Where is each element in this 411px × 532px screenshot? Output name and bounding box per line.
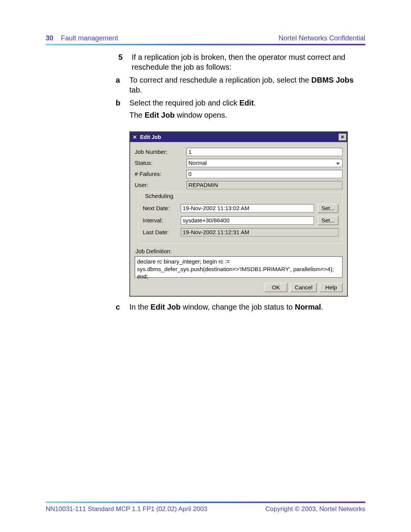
substep-letter: b	[116, 98, 123, 108]
next-date-set-button[interactable]: Set...	[318, 204, 338, 213]
scheduling-group: Scheduling Next Date: 19-Nov-2002 11:13:…	[139, 192, 342, 244]
section-title: Fault management	[61, 34, 118, 42]
substep-b-text: Select the required job and click Edit.	[129, 98, 365, 108]
next-date-field[interactable]: 19-Nov-2002 11:13:02 AM	[181, 204, 314, 212]
user-label: User:	[135, 181, 180, 189]
substep-c-text: In the Edit Job window, change the job s…	[129, 302, 365, 312]
interval-set-button[interactable]: Set...	[318, 216, 338, 225]
step-5: 5 If a replication job is broken, then t…	[116, 52, 365, 72]
status-select[interactable]: Normal	[186, 159, 342, 167]
ok-button[interactable]: OK	[264, 283, 287, 292]
header-left: 30 Fault management	[46, 34, 118, 42]
page-footer: NN10031-111 Standard MCP 1.1 FP1 (02.02)…	[46, 502, 365, 513]
dialog-titlebar[interactable]: Edit Job ✕	[130, 132, 347, 142]
header-confidential: Nortel Networks Confidential	[279, 34, 365, 42]
jobdef-label: Job Definition:	[135, 248, 342, 255]
scheduling-legend: Scheduling	[143, 192, 175, 200]
user-field: REPADMIN	[186, 181, 342, 189]
substep-b: b Select the required job and click Edit…	[116, 98, 365, 108]
footer-left: NN10031-111 Standard MCP 1.1 FP1 (02.02)…	[46, 505, 207, 513]
interval-field[interactable]: sysdate+30/86400	[181, 216, 314, 225]
close-icon: ✕	[341, 135, 344, 139]
interval-label: Interval:	[143, 217, 177, 224]
footer-right: Copyright © 2003, Nortel Networks	[265, 505, 365, 513]
last-date-field: 19-Nov-2002 11:12:31 AM	[181, 228, 338, 236]
header-rule	[46, 44, 365, 45]
next-date-label: Next Date:	[143, 204, 177, 212]
edit-job-dialog: Edit Job ✕ Job Number: 1 Status:	[129, 131, 348, 297]
substep-a-text: To correct and reschedule a replication …	[129, 75, 365, 95]
status-label: Status:	[135, 159, 180, 167]
close-button[interactable]: ✕	[339, 134, 346, 141]
job-number-label: Job Number:	[135, 148, 180, 156]
substep-letter: a	[116, 75, 123, 95]
page-header: 30 Fault management Nortel Networks Conf…	[46, 34, 365, 42]
failures-field[interactable]: 0	[186, 170, 342, 178]
help-button[interactable]: Help	[320, 283, 342, 292]
substep-c: c In the Edit Job window, change the job…	[116, 302, 365, 312]
cancel-button[interactable]: Cancel	[290, 283, 317, 292]
dialog-title: Edit Job	[140, 134, 161, 141]
failures-label: # Failures:	[135, 170, 180, 178]
page-number: 30	[46, 34, 53, 42]
jobdef-textarea[interactable]: declare rc binary_integer; begin rc := s…	[135, 256, 342, 278]
wizard-icon	[132, 134, 138, 140]
svg-marker-0	[133, 135, 137, 139]
job-number-field[interactable]: 1	[186, 148, 342, 156]
substep-b-result: The Edit Job window opens.	[129, 110, 365, 120]
substep-a: a To correct and reschedule a replicatio…	[116, 75, 365, 95]
step-text: If a replication job is broken, then the…	[132, 52, 365, 72]
last-date-label: Last Date:	[143, 228, 177, 236]
substep-letter: c	[116, 302, 123, 312]
step-number: 5	[116, 52, 123, 72]
footer-rule	[46, 502, 365, 503]
